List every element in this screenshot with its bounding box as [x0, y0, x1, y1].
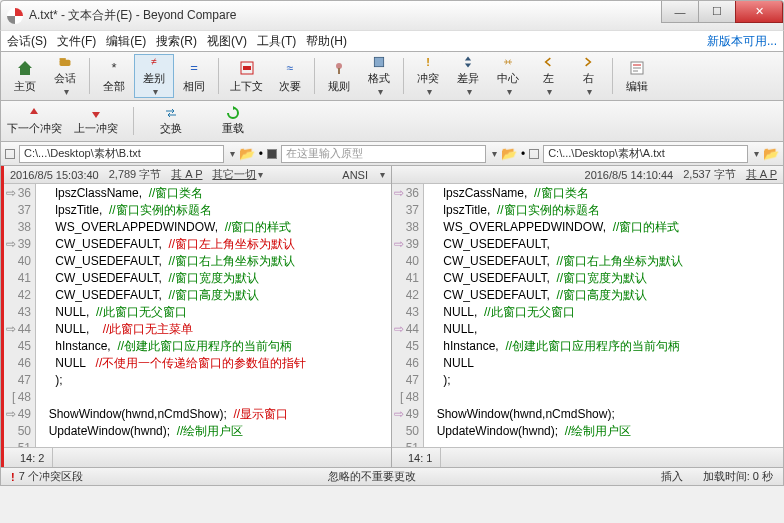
left-oth[interactable]: 其 A P	[171, 167, 202, 182]
session-button[interactable]: 会话▾	[45, 54, 85, 98]
right-open-icon[interactable]: 📂	[763, 146, 779, 161]
home-button[interactable]: 主页	[5, 54, 45, 98]
right-button[interactable]: 右▾	[568, 54, 608, 98]
svg-rect-6	[243, 66, 251, 70]
minimize-button[interactable]: ―	[661, 1, 699, 23]
svg-text:≈: ≈	[287, 61, 294, 75]
left-date: 2016/8/5 15:03:40	[10, 169, 99, 181]
svg-rect-0	[60, 60, 71, 66]
maximize-button[interactable]: ☐	[698, 1, 736, 23]
minor-button[interactable]: ≈次要	[270, 54, 310, 98]
main-toolbar: 主页 会话▾ *全部 ≠差别▾ =相同 上下文 ≈次要 规则 格式▾ !冲突▾ …	[0, 52, 784, 101]
center-button[interactable]: 中心▾	[488, 54, 528, 98]
next-conflict-button[interactable]: 上一冲突	[67, 103, 125, 139]
menu-edit[interactable]: 编辑(E)	[106, 33, 146, 50]
menu-help[interactable]: 帮助(H)	[306, 33, 347, 50]
svg-text:*: *	[111, 60, 116, 75]
prev-conflict-button[interactable]: 下一个冲突	[5, 103, 63, 139]
reload-button[interactable]: 重载	[204, 103, 262, 139]
conflicts-count: 7 个冲突区段	[19, 469, 83, 484]
right-header: 2016/8/5 14:10:44 2,537 字节 其 A P	[392, 166, 783, 184]
right-path-input[interactable]: C:\...\Desktop\素材\A.txt	[543, 145, 748, 163]
close-button[interactable]: ✕	[735, 1, 783, 23]
warn-icon: !	[11, 471, 15, 483]
menu-view[interactable]: 视图(V)	[207, 33, 247, 50]
left-bytes: 2,789 字节	[109, 167, 162, 182]
svg-rect-9	[338, 68, 340, 74]
ignored-label: 忽略的不重要更改	[93, 468, 651, 485]
left-gutter: 363738394041424344454647484950515253	[4, 184, 36, 447]
context-button[interactable]: 上下文	[223, 54, 270, 98]
nav-toolbar: 下一个冲突 上一冲突 交换 重载	[0, 101, 784, 142]
left-header: 2016/8/5 15:03:40 2,789 字节 其 A P 其它一切▾ A…	[4, 166, 391, 184]
menu-file[interactable]: 文件(F)	[57, 33, 96, 50]
update-link[interactable]: 新版本可用...	[707, 33, 777, 50]
right-pos: 14: 1	[400, 448, 441, 467]
conflict-button[interactable]: !冲突▾	[408, 54, 448, 98]
left-path-input[interactable]: C:\...\Desktop\素材\B.txt	[19, 145, 224, 163]
statusbar: !7 个冲突区段 忽略的不重要更改 插入 加载时间: 0 秒	[0, 468, 784, 486]
center-open-icon[interactable]: 📂	[501, 146, 517, 161]
compare-area: 2016/8/5 15:03:40 2,789 字节 其 A P 其它一切▾ A…	[0, 166, 784, 468]
left-pane: 2016/8/5 15:03:40 2,789 字节 其 A P 其它一切▾ A…	[1, 166, 392, 467]
center-path-input[interactable]: 在这里输入原型	[281, 145, 486, 163]
right-status: 14: 1	[392, 447, 783, 467]
same-button[interactable]: =相同	[174, 54, 214, 98]
right-oth[interactable]: 其 A P	[746, 167, 777, 182]
right-path-dropdown[interactable]: ▾	[754, 148, 759, 159]
left-more[interactable]: 其它一切▾	[212, 167, 263, 182]
center-marker[interactable]	[267, 149, 277, 159]
right-gutter: 363738394041424344454647484950515253	[392, 184, 424, 447]
right-code[interactable]: lpszCassName, //窗口类名 lpszTitle, //窗口实例的标…	[424, 184, 783, 447]
all-button[interactable]: *全部	[94, 54, 134, 98]
diff-button[interactable]: ≠差别▾	[134, 54, 174, 98]
window-title: A.txt* - 文本合并(E) - Beyond Compare	[29, 7, 236, 24]
right-date: 2016/8/5 14:10:44	[585, 169, 674, 181]
menu-tools[interactable]: 工具(T)	[257, 33, 296, 50]
svg-text:=: =	[190, 60, 198, 75]
svg-rect-1	[60, 58, 66, 60]
left-status: 14: 2	[4, 447, 391, 467]
svg-rect-10	[374, 57, 383, 66]
app-icon	[7, 8, 23, 24]
edit-button[interactable]: 编辑	[617, 54, 657, 98]
left-open-icon[interactable]: 📂	[239, 146, 255, 161]
path-bar: C:\...\Desktop\素材\B.txt ▾ 📂 • 在这里输入原型 ▾ …	[0, 142, 784, 166]
left-enc[interactable]: ANSI	[342, 169, 368, 181]
left-button[interactable]: 左▾	[528, 54, 568, 98]
left-marker[interactable]	[5, 149, 15, 159]
left-code[interactable]: lpszClassName, //窗口类名 lpszTitle, //窗口实例的…	[36, 184, 391, 447]
left-pos: 14: 2	[12, 448, 53, 467]
diffnav-button[interactable]: 差异▾	[448, 54, 488, 98]
right-bytes: 2,537 字节	[683, 167, 736, 182]
insert-mode: 插入	[651, 468, 693, 485]
right-marker[interactable]	[529, 149, 539, 159]
right-pane: 2016/8/5 14:10:44 2,537 字节 其 A P 3637383…	[392, 166, 783, 467]
svg-text:!: !	[426, 56, 430, 68]
menu-session[interactable]: 会话(S)	[7, 33, 47, 50]
swap-button[interactable]: 交换	[142, 103, 200, 139]
load-time: 加载时间: 0 秒	[693, 468, 783, 485]
format-button[interactable]: 格式▾	[359, 54, 399, 98]
menu-search[interactable]: 搜索(R)	[156, 33, 197, 50]
svg-text:≠: ≠	[151, 56, 157, 67]
left-path-dropdown[interactable]: ▾	[230, 148, 235, 159]
center-path-dropdown[interactable]: ▾	[492, 148, 497, 159]
titlebar: A.txt* - 文本合并(E) - Beyond Compare ― ☐ ✕	[0, 0, 784, 30]
menubar: 会话(S) 文件(F) 编辑(E) 搜索(R) 视图(V) 工具(T) 帮助(H…	[0, 30, 784, 52]
rules-button[interactable]: 规则	[319, 54, 359, 98]
